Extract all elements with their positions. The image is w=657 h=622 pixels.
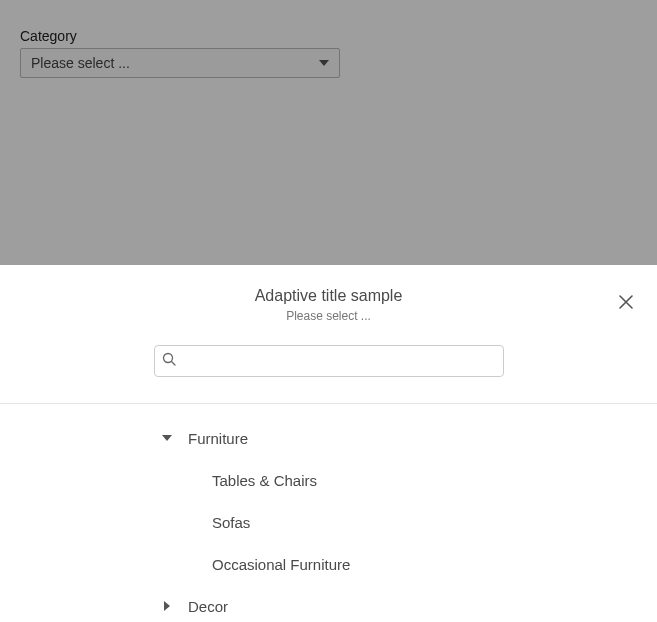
tree-item-label: Tables & Chairs	[212, 472, 317, 489]
modal-title: Adaptive title sample	[0, 287, 657, 305]
tree-item-label: Occasional Furniture	[212, 556, 350, 573]
tree-item-label: Furniture	[188, 430, 248, 447]
tree-item-occasional-furniture[interactable]: Occasional Furniture	[212, 552, 657, 576]
tree-item-label: Decor	[188, 598, 228, 615]
tree-item-decor[interactable]: Decor	[160, 594, 657, 618]
close-button[interactable]	[619, 295, 637, 313]
picker-modal: Adaptive title sample Please select ... …	[0, 265, 657, 622]
caret-right-icon	[160, 601, 174, 611]
tree-children-furniture: Tables & Chairs Sofas Occasional Furnitu…	[160, 468, 657, 576]
tree-item-furniture[interactable]: Furniture	[160, 426, 657, 450]
tree-item-label: Sofas	[212, 514, 250, 531]
tree-item-tables-chairs[interactable]: Tables & Chairs	[212, 468, 657, 492]
caret-down-icon	[160, 435, 174, 441]
tree-item-sofas[interactable]: Sofas	[212, 510, 657, 534]
modal-header: Adaptive title sample Please select ...	[0, 265, 657, 323]
close-icon	[619, 295, 637, 309]
modal-subtitle: Please select ...	[0, 309, 657, 323]
category-tree: Furniture Tables & Chairs Sofas Occasion…	[0, 404, 657, 618]
search-input[interactable]	[154, 345, 504, 377]
search-field	[154, 345, 504, 377]
modal-backdrop-dim	[0, 0, 657, 265]
